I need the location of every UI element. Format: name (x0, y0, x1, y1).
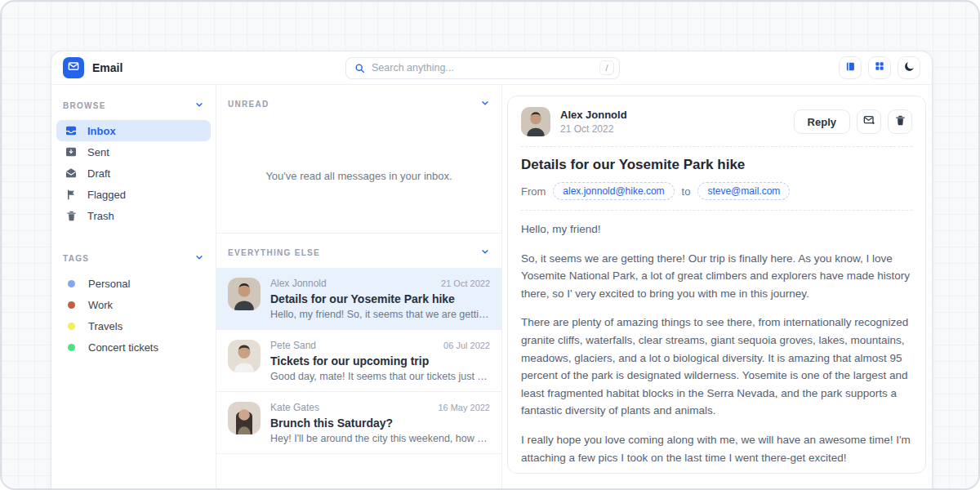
tag-label: Work (88, 299, 113, 311)
tag-label: Personal (88, 278, 130, 290)
email-detail-card: Alex Jonnold 21 Oct 2022 Reply (507, 96, 926, 474)
avatar (228, 402, 261, 434)
trash-icon (894, 114, 906, 130)
mail-date: 21 Oct 2022 (441, 278, 490, 288)
sent-icon (65, 145, 78, 158)
tag-label: Concert tickets (88, 341, 158, 354)
chevron-down-icon[interactable] (194, 98, 204, 113)
sidebar-item-draft[interactable]: Draft (56, 163, 211, 184)
dark-mode-button[interactable] (898, 56, 920, 79)
unread-label: UNREAD (228, 100, 270, 109)
forward-mail-button[interactable] (857, 109, 881, 134)
mail-preview: Hey! I'll be around the city this weeken… (270, 433, 490, 444)
avatar (228, 340, 261, 372)
sidebar: BROWSE Inbox Sent (51, 85, 216, 490)
inbox-icon (65, 124, 78, 137)
top-bar: Email / (51, 51, 932, 85)
everything-else-section-header: EVERYTHING ELSE (216, 234, 501, 268)
browse-label: BROWSE (63, 101, 106, 110)
tags-section-header: TAGS (56, 244, 211, 273)
search-shortcut-badge: / (599, 60, 614, 75)
chevron-down-icon[interactable] (194, 251, 204, 265)
everything-else-label: EVERYTHING ELSE (228, 248, 320, 257)
to-label: to (682, 185, 691, 198)
mail-subject: Tickets for our upcoming trip (270, 354, 490, 368)
chevron-down-icon[interactable] (480, 96, 490, 111)
sidebar-item-label: Flagged (87, 189, 126, 201)
app-title: Email (92, 61, 122, 74)
tag-item-personal[interactable]: Personal (56, 273, 211, 294)
tags-label: TAGS (63, 254, 89, 263)
detail-date: 21 Oct 2022 (560, 123, 627, 135)
sidebar-item-label: Inbox (87, 125, 116, 137)
to-email-chip[interactable]: steve@mail.com (697, 182, 790, 200)
avatar (228, 278, 261, 310)
envelope-icon (67, 60, 80, 76)
tag-item-concert-tickets[interactable]: Concert tickets (56, 336, 211, 358)
browse-section-header: BROWSE (56, 91, 211, 120)
tag-dot (68, 301, 75, 309)
sender-block: Alex Jonnold 21 Oct 2022 (560, 109, 627, 135)
mail-list-item[interactable]: Kate Gates 16 May 2022 Brunch this Satur… (216, 391, 501, 454)
detail-column: Alex Jonnold 21 Oct 2022 Reply (502, 85, 932, 490)
mail-list-column: UNREAD You've read all messages in your … (216, 85, 502, 490)
search-bar[interactable]: / (345, 57, 620, 79)
mail-sender: Pete Sand (270, 340, 316, 351)
mail-subject: Brunch this Saturday? (270, 416, 490, 430)
tag-item-work[interactable]: Work (56, 294, 211, 315)
sidebar-item-label: Draft (87, 167, 110, 180)
body-paragraph: Hello, my friend! (521, 220, 912, 238)
tag-dot (68, 344, 75, 351)
mail-subject: Details for our Yosemite Park hike (270, 292, 490, 305)
body-paragraph: So, it seems we are getting there! Our t… (521, 250, 912, 303)
reply-button[interactable]: Reply (794, 109, 850, 134)
divider (521, 146, 912, 147)
tag-label: Travels (88, 320, 122, 332)
desktop-background: Email / (0, 0, 980, 490)
detail-sender-name: Alex Jonnold (560, 109, 627, 121)
flag-icon (65, 188, 78, 201)
from-label: From (521, 185, 546, 198)
sidebar-item-flagged[interactable]: Flagged (56, 184, 211, 205)
sidebar-item-label: Trash (87, 210, 114, 222)
tags-section: TAGS Personal Work (56, 244, 211, 358)
main-columns: BROWSE Inbox Sent (51, 85, 932, 490)
sidebar-item-inbox[interactable]: Inbox (56, 120, 211, 141)
email-app-window: Email / (51, 51, 933, 490)
app-logo[interactable] (63, 57, 84, 78)
tag-dot (68, 323, 75, 330)
search-input[interactable] (372, 62, 599, 74)
mail-item-body: Kate Gates 16 May 2022 Brunch this Satur… (270, 402, 490, 444)
divider (521, 210, 912, 211)
mail-date: 06 Jul 2022 (443, 341, 490, 350)
grid-icon (874, 60, 885, 75)
sidebar-item-sent[interactable]: Sent (56, 141, 211, 163)
from-email-chip[interactable]: alex.jonnold@hike.com (553, 182, 674, 200)
mail-sender: Alex Jonnold (270, 278, 327, 289)
sidebar-item-label: Sent (87, 146, 109, 158)
mail-preview: Hello, my friend! So, it seems that we a… (270, 309, 490, 320)
unread-section-header: UNREAD (216, 85, 501, 119)
moon-icon (903, 60, 915, 76)
avatar (521, 107, 550, 136)
mail-item-body: Alex Jonnold 21 Oct 2022 Details for our… (270, 278, 490, 320)
mail-date: 16 May 2022 (438, 403, 490, 412)
apps-grid-button[interactable] (868, 56, 891, 79)
detail-header: Alex Jonnold 21 Oct 2022 Reply (521, 107, 912, 136)
sidebar-item-trash[interactable]: Trash (56, 205, 211, 226)
body-paragraph: There are plenty of amazing things to se… (521, 314, 912, 420)
tag-dot (68, 280, 75, 287)
draft-icon (65, 167, 78, 180)
delete-mail-button[interactable] (888, 109, 912, 134)
chevron-down-icon[interactable] (480, 245, 490, 260)
detail-actions: Reply (794, 109, 912, 134)
unread-empty-message: You've read all messages in your inbox. (216, 119, 501, 234)
mail-preview: Good day, mate! It seems that our ticket… (270, 371, 490, 382)
address-book-button[interactable] (839, 56, 862, 79)
email-body: Hello, my friend! So, it seems we are ge… (521, 220, 912, 474)
body-paragraph: I really hope you love coming along with… (521, 431, 912, 466)
mail-list-item[interactable]: Alex Jonnold 21 Oct 2022 Details for our… (216, 268, 501, 329)
top-actions (839, 56, 920, 79)
mail-list-item[interactable]: Pete Sand 06 Jul 2022 Tickets for our up… (216, 329, 501, 391)
tag-item-travels[interactable]: Travels (56, 315, 211, 336)
